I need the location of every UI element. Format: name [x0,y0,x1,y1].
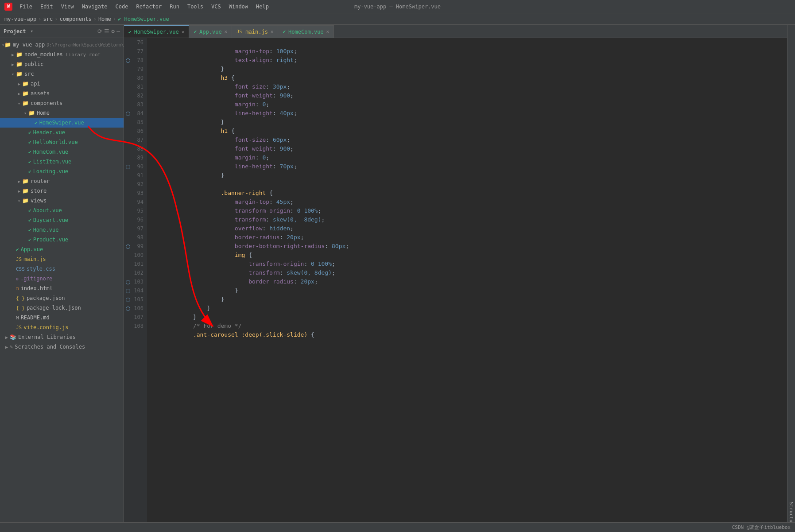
tree-home-vue[interactable]: ✔ Home.vue [0,225,124,235]
tree-scratches[interactable]: ▶ ✎ Scratches and Consoles [0,342,124,352]
title-bar: W File Edit View Navigate Code Refactor … [0,0,795,13]
tree-public[interactable]: ▶ 📁 public [0,59,124,69]
tree-node-modules[interactable]: ▶ 📁 node_modules library root [0,50,124,59]
tree-src[interactable]: ▾ 📁 src [0,69,124,79]
node-modules-label: node_modules [24,51,63,58]
line-89: 89 [124,153,147,162]
menu-window[interactable]: Window [225,3,252,11]
tree-homeswiper[interactable]: ✔ HomeSwiper.vue [0,118,124,128]
tree-views[interactable]: ▾ 📁 views [0,196,124,206]
tree-helloworld[interactable]: ✔ HelloWorld.vue [0,137,124,147]
tree-homecom[interactable]: ✔ HomeCom.vue [0,147,124,157]
js-tab-icon: JS [237,29,242,34]
gear-icon[interactable]: ⚙ [111,28,115,35]
tree-package-lock[interactable]: { } package-lock.json [0,303,124,313]
line-101: 101 [124,260,147,268]
breadcrumb-project[interactable]: my-vue-app [4,16,36,22]
tree-api[interactable]: ▶ 📁 api [0,79,124,89]
breadcrumb-src[interactable]: src [43,16,53,22]
code-editor[interactable]: margin-top: 100px; text-align: right; } … [147,38,787,532]
tab-close-main[interactable]: × [271,29,274,35]
tab-close-homecom[interactable]: × [326,29,330,35]
tree-readme[interactable]: M README.md [0,313,124,322]
vue-icon: ✔ [28,227,31,233]
menu-view[interactable]: View [58,3,78,11]
store-label: store [31,188,47,194]
tree-components[interactable]: ▾ 📁 components [0,98,124,108]
tree-store[interactable]: ▶ 📁 store [0,186,124,196]
breadcrumb: my-vue-app › src › components › Home › ✔… [0,13,795,25]
tab-homecom[interactable]: ✔ HomeCom.vue × [278,25,334,38]
tab-close-homeswiper[interactable]: × [182,29,185,35]
expand-arrow: ▾ [10,72,16,77]
sync-icon[interactable]: ⟳ [97,28,102,35]
tree-router[interactable]: ▶ 📁 router [0,176,124,186]
line-97: 97 [124,224,147,233]
git-icon: ⚙ [16,276,19,281]
css-icon: CSS [16,266,25,272]
scratches-icon: ✎ [10,344,13,350]
vue-icon: ✔ [16,247,19,252]
line-96: 96 [124,215,147,224]
line-100: 100 [124,251,147,260]
folder-icon: 📁 [22,90,29,97]
tree-app-vue[interactable]: ✔ App.vue [0,245,124,254]
tree-product[interactable]: ✔ Product.vue [0,235,124,245]
line-88: 88 [124,144,147,153]
vue-tab-icon: ✔ [194,29,197,35]
tab-bar: ✔ HomeSwiper.vue × ✔ App.vue × JS main.j… [124,25,787,38]
tree-about[interactable]: ✔ About.vue [0,206,124,215]
tree-header[interactable]: ✔ Header.vue [0,128,124,137]
structure-panel[interactable]: Structure [787,25,795,532]
menu-tools[interactable]: Tools [184,3,207,11]
tree-style-css[interactable]: CSS style.css [0,264,124,274]
tree-loading[interactable]: ✔ Loading.vue [0,167,124,176]
close-icon[interactable]: — [116,28,120,35]
menu-navigate[interactable]: Navigate [78,3,111,11]
tree-listitem[interactable]: ✔ ListItem.vue [0,157,124,167]
product-label: Product.vue [33,237,68,243]
breadcrumb-components[interactable]: components [59,16,91,22]
tree-root[interactable]: ▾ 📁 my-vue-app D:\ProgramWorkSpace\WebSt… [0,40,124,50]
main-layout: Project ▾ ⟳ ☰ ⚙ — ▾ 📁 my-vue-app D:\Prog… [0,25,795,532]
menu-vcs[interactable]: VCS [208,3,225,11]
tree-external-libraries[interactable]: ▶ 📚 External Libraries [0,332,124,342]
line-76: 76 [124,38,147,47]
tree-main-js[interactable]: JS main.js [0,254,124,264]
tab-close-app[interactable]: × [225,29,228,35]
app-vue-label: App.vue [21,246,43,252]
tree-gitignore[interactable]: ⚙ .gitignore [0,274,124,283]
menu-help[interactable]: Help [252,3,272,11]
tree-home-folder[interactable]: ▾ 📁 Home [0,108,124,118]
homeswiper-label: HomeSwiper.vue [39,120,84,126]
tree-index-html[interactable]: ◻ index.html [0,283,124,293]
tree-package-json[interactable]: { } package.json [0,293,124,303]
router-label: router [31,178,50,184]
line-106: 106 [124,304,147,313]
dropdown-arrow[interactable]: ▾ [31,28,34,34]
menu-refactor[interactable]: Refactor [132,3,165,11]
status-text: CSDN @蓝盒子itbluebox [732,524,791,531]
main-js-label: main.js [23,256,46,262]
collapse-icon[interactable]: ☰ [104,28,109,35]
menu-file[interactable]: File [16,3,36,11]
json-icon: { } [16,295,25,301]
breadcrumb-file[interactable]: ✔ HomeSwiper.vue [118,16,169,22]
line-78: 78 [124,56,147,65]
vue-icon: ✔ [28,149,31,155]
tree-assets[interactable]: ▶ 📁 assets [0,89,124,98]
project-sidebar: Project ▾ ⟳ ☰ ⚙ — ▾ 📁 my-vue-app D:\Prog… [0,25,124,532]
tree-buycart[interactable]: ✔ Buycart.vue [0,215,124,225]
helloworld-label: HelloWorld.vue [33,139,78,145]
tab-app[interactable]: ✔ App.vue × [189,25,232,38]
menu-code[interactable]: Code [112,3,132,11]
breadcrumb-home[interactable]: Home [98,16,111,22]
tree-vite-config[interactable]: JS vite.config.js [0,322,124,332]
project-label: Project [4,28,26,35]
line-104: 104 [124,286,147,295]
menu-edit[interactable]: Edit [37,3,57,11]
menu-run[interactable]: Run [166,3,183,11]
tab-main[interactable]: JS main.js × [232,25,278,38]
code-line-86: font-size: 60px; [151,127,787,136]
tab-homeswiper[interactable]: ✔ HomeSwiper.vue × [124,25,189,38]
